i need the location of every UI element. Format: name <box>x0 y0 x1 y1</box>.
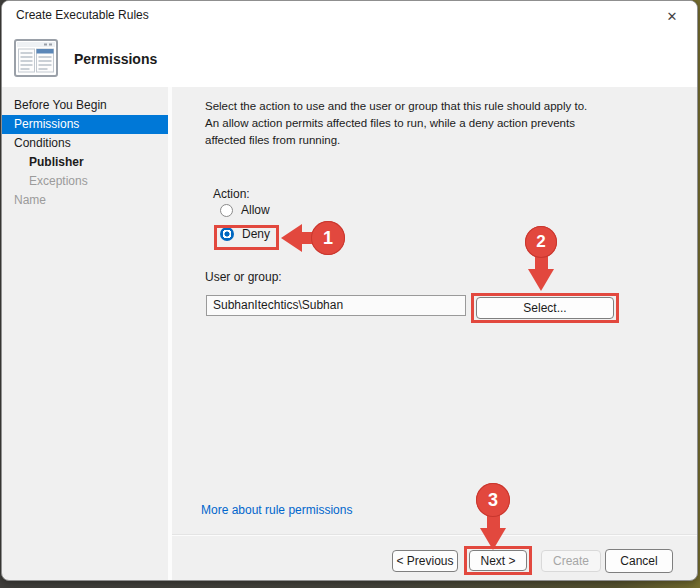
annotation-3-number: 3 <box>488 490 498 511</box>
annotation-highlight-next: Next > <box>464 546 532 575</box>
sidebar-item-before-you-begin[interactable]: Before You Begin <box>2 96 168 115</box>
page-title: Permissions <box>74 51 157 67</box>
sidebar-item-conditions[interactable]: Conditions <box>2 134 168 153</box>
sidebar-item-name[interactable]: Name <box>2 191 168 210</box>
annotation-1-number: 1 <box>323 228 333 249</box>
user-or-group-label: User or group: <box>205 270 282 284</box>
action-label: Action: <box>213 187 250 201</box>
sidebar-item-exceptions[interactable]: Exceptions <box>2 172 168 191</box>
annotation-3-badge: 3 <box>476 483 510 517</box>
close-button[interactable]: ✕ <box>657 4 687 28</box>
sidebar-item-permissions[interactable]: Permissions <box>2 115 168 134</box>
close-icon: ✕ <box>667 9 678 24</box>
select-button[interactable]: Select... <box>476 297 614 319</box>
annotation-2-arrow-icon <box>528 269 554 291</box>
annotation-1-badge: 1 <box>311 221 345 255</box>
annotation-2-number: 2 <box>536 232 545 252</box>
allow-radio[interactable] <box>220 204 233 217</box>
user-or-group-field[interactable]: SubhanItechtics\Subhan <box>206 295 466 316</box>
more-about-rule-permissions-link[interactable]: More about rule permissions <box>201 503 352 517</box>
wizard-steps-sidebar: Before You Begin Permissions Conditions … <box>2 87 168 580</box>
create-button[interactable]: Create <box>541 550 601 572</box>
dialog-header: Create Executable Rules ✕ <box>2 1 697 87</box>
next-button[interactable]: Next > <box>469 550 527 571</box>
allow-radio-label: Allow <box>241 203 270 217</box>
annotation-highlight-deny <box>214 225 279 250</box>
footer-separator <box>172 534 697 536</box>
annotation-2-badge: 2 <box>525 226 557 258</box>
cancel-button[interactable]: Cancel <box>605 549 673 573</box>
permissions-page-content: Select the action to use and the user or… <box>172 87 697 580</box>
allow-radio-row[interactable]: Allow <box>220 203 270 217</box>
window-title: Create Executable Rules <box>16 8 149 22</box>
create-executable-rules-dialog: Create Executable Rules ✕ <box>1 0 698 581</box>
page-description: Select the action to use and the user or… <box>205 98 599 149</box>
wizard-window-icon <box>14 39 58 81</box>
previous-button[interactable]: < Previous <box>392 550 458 572</box>
annotation-highlight-select: Select... <box>471 293 619 323</box>
sidebar-item-publisher[interactable]: Publisher <box>2 153 168 172</box>
annotation-3-arrow-icon <box>480 528 506 550</box>
